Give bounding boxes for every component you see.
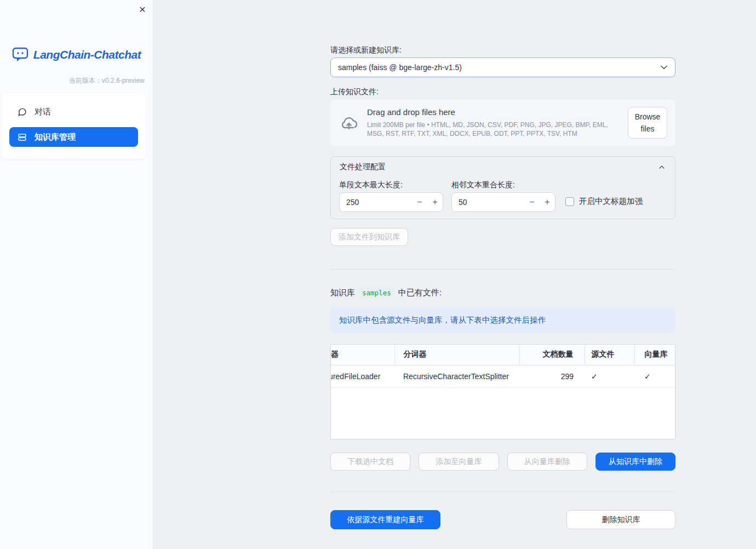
file-action-buttons: 下载选中文档 添加至向量库 从向量库删除 从知识库中删除: [330, 453, 675, 471]
add-files-to-kb-button[interactable]: 添加文件到知识库: [330, 228, 408, 246]
chat-bubble-icon: [18, 107, 27, 117]
kb-select-label: 请选择或新建知识库:: [330, 45, 675, 55]
menu-item-label: 对话: [35, 107, 51, 117]
chunk-size-input: 250 − +: [339, 192, 443, 212]
kb-files-prefix: 知识库: [330, 288, 355, 298]
cell-source-check: ✓: [585, 365, 634, 387]
menu-item-label: 知识库管理: [35, 132, 76, 142]
col-header-vector[interactable]: 向量库: [634, 345, 675, 365]
upload-label: 上传知识文件:: [330, 87, 675, 97]
sidebar: × LangChain-Chatchat 当前版本：v0.2.6-preview…: [0, 0, 153, 549]
minus-icon[interactable]: −: [524, 193, 540, 211]
zh-title-checkbox[interactable]: 开启中文标题加强: [565, 196, 643, 207]
version-label: 当前版本：v0.2.6-preview: [69, 76, 145, 85]
file-config-expander: 文件处理配置 单段文本最大长度: 相邻文本重合长度: 250 − + 50 − …: [330, 156, 675, 219]
sidebar-item-kb-management[interactable]: 知识库管理: [9, 127, 138, 147]
logo-text: LangChain-Chatchat: [33, 48, 141, 61]
file-uploader-dropzone[interactable]: Drag and drop files here Limit 200MB per…: [330, 99, 675, 146]
files-table-inner: 文档加载器 分词器 文档数量 源文件 向量库 UnstructuredFileL…: [330, 345, 675, 388]
kb-files-heading: 知识库 samples 中已有文件:: [330, 288, 675, 298]
expander-title: 文件处理配置: [340, 162, 386, 172]
uploader-title: Drag and drop files here: [367, 107, 619, 117]
info-banner: 知识库中包含源文件与向量库，请从下表中选择文件后操作: [330, 307, 675, 333]
delete-from-vectorstore-button[interactable]: 从向量库删除: [507, 453, 587, 471]
uploader-text: Drag and drop files here Limit 200MB per…: [367, 107, 619, 138]
kb-bottom-buttons: 依据源文件重建向量库 删除知识库: [330, 510, 675, 529]
kb-stack-icon: [18, 133, 27, 142]
cell-doc-count: 299: [519, 365, 585, 387]
divider: [330, 491, 675, 492]
cell-vector-check: ✓: [634, 365, 675, 387]
col-header-splitter[interactable]: 分词器: [394, 345, 519, 365]
cell-loader: UnstructuredFileLoader: [330, 365, 394, 387]
col-header-loader[interactable]: 文档加载器: [330, 345, 394, 365]
download-selected-button[interactable]: 下载选中文档: [330, 453, 410, 471]
col-header-doc-count[interactable]: 文档数量: [519, 345, 585, 365]
close-icon[interactable]: ×: [139, 2, 146, 17]
plus-icon[interactable]: +: [540, 193, 555, 211]
add-to-vectorstore-button[interactable]: 添加至向量库: [419, 453, 499, 471]
overlap-size-label: 相邻文本重合长度:: [451, 180, 515, 190]
delete-from-kb-button[interactable]: 从知识库中删除: [595, 453, 675, 471]
app-logo: LangChain-Chatchat: [0, 47, 153, 62]
divider: [330, 269, 675, 270]
logo-chat-icon: [12, 47, 28, 62]
info-banner-text: 知识库中包含源文件与向量库，请从下表中选择文件后操作: [339, 315, 546, 325]
zh-title-checkbox-label: 开启中文标题加强: [579, 196, 643, 207]
chunk-size-value[interactable]: 250: [340, 193, 412, 211]
sidebar-item-dialogue[interactable]: 对话: [9, 102, 138, 122]
chunk-size-label: 单段文本最大长度:: [339, 180, 403, 190]
cloud-upload-icon: [340, 113, 358, 132]
kb-name-code: samples: [359, 288, 394, 298]
files-table: 文档加载器 分词器 文档数量 源文件 向量库 UnstructuredFileL…: [330, 344, 675, 439]
kb-select-value: samples (faiss @ bge-large-zh-v1.5): [338, 63, 462, 72]
overlap-size-value[interactable]: 50: [452, 193, 524, 211]
browse-files-button[interactable]: Browse files: [628, 107, 667, 139]
expander-header[interactable]: 文件处理配置: [331, 157, 675, 178]
col-header-source[interactable]: 源文件: [585, 345, 634, 365]
overlap-size-input: 50 − +: [451, 192, 555, 212]
delete-kb-button[interactable]: 删除知识库: [566, 510, 675, 529]
plus-icon[interactable]: +: [427, 193, 443, 211]
cell-splitter: RecursiveCharacterTextSplitter: [394, 365, 519, 387]
minus-icon[interactable]: −: [412, 193, 427, 211]
uploader-limit-text: Limit 200MB per file • HTML, MD, JSON, C…: [367, 121, 619, 138]
rebuild-vectorstore-button[interactable]: 依据源文件重建向量库: [330, 510, 440, 529]
table-row[interactable]: UnstructuredFileLoader RecursiveCharacte…: [330, 365, 675, 387]
checkbox-icon: [565, 197, 574, 206]
table-header-row: 文档加载器 分词器 文档数量 源文件 向量库: [330, 345, 675, 365]
kb-files-suffix: 中已有文件:: [398, 288, 442, 298]
chevron-up-icon: [657, 163, 666, 171]
sidebar-menu: 对话 知识库管理: [2, 93, 146, 159]
kb-select[interactable]: samples (faiss @ bge-large-zh-v1.5): [330, 58, 675, 77]
chevron-down-icon: [658, 62, 669, 73]
page: { "app": { "close_glyph": "×" }, "sideba…: [0, 0, 756, 549]
